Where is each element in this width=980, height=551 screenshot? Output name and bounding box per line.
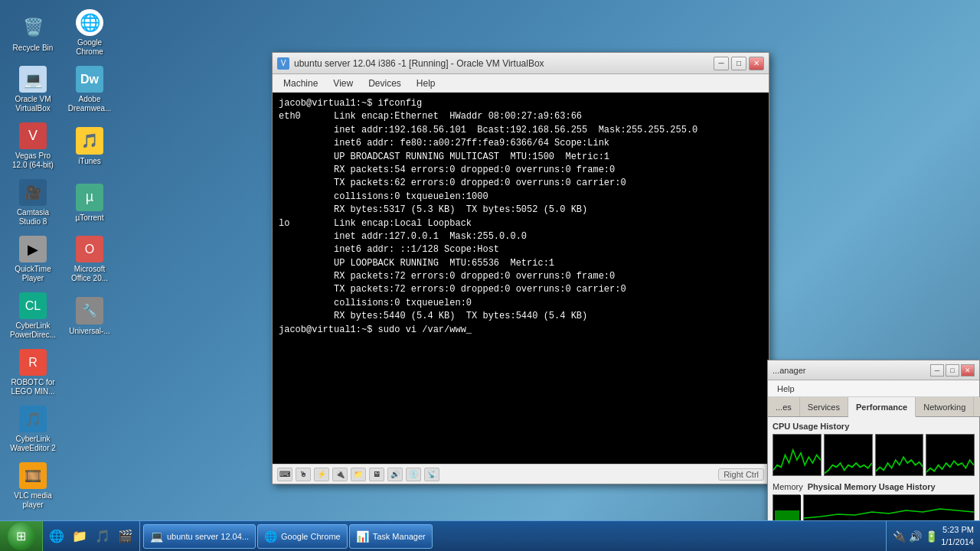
vbox-menubar: Machine View Devices Help (273, 74, 769, 93)
phys-mem-title: Physical Memory Usage History (808, 482, 936, 491)
status-icon-network: 🔌 (332, 468, 348, 481)
cpu-graph-1 (773, 434, 822, 476)
desktop-icon-vegas-pro[interactable]: V Vegas Pro 12.0 (64-bit) (6, 119, 60, 173)
quick-movie-icon[interactable]: 🎬 (115, 526, 136, 547)
quick-media-icon[interactable]: 🎵 (92, 526, 113, 547)
taskmgr-task-icon: 📊 (356, 530, 369, 543)
taskbar-tasks: 💻 ubuntu server 12.04... 🌐 Google Chrome… (140, 521, 886, 551)
terminal-line: inet6 addr: ::1/128 Scope:Host (279, 243, 763, 256)
chrome-task-label: Google Chrome (281, 532, 341, 541)
taskmgr-task-label: Task Manager (373, 532, 426, 541)
desktop-icon-recycle-bin[interactable]: 🗑️ Recycle Bin (6, 6, 60, 60)
taskmgr-menubar: Help (768, 380, 979, 397)
taskmgr-titlebar: ...anager ─ □ ✕ (768, 360, 979, 380)
terminal-line: collisions:0 txqueuelen:1000 (279, 191, 763, 204)
start-orb: ⊞ (8, 523, 35, 550)
tab-performance[interactable]: Performance (848, 397, 916, 417)
vbox-terminal[interactable]: jacob@virtual1:~$ ifconfigeth0 Link enca… (273, 93, 769, 464)
svg-rect-1 (775, 510, 799, 521)
vbox-title-text: ubuntu server 12.04 i386 -1 [Running] - … (294, 58, 714, 69)
status-icon-audio: 🔊 (387, 468, 403, 481)
taskbar-task-chrome[interactable]: 🌐 Google Chrome (257, 524, 348, 549)
tab-processes[interactable]: ...es (768, 397, 800, 416)
start-button[interactable]: ⊞ (0, 521, 43, 551)
quick-folder-icon[interactable]: 📁 (69, 526, 90, 547)
terminal-line: RX bytes:5317 (5.3 KB) TX bytes:5052 (5.… (279, 204, 763, 217)
taskbar-tray: 🔌 🔊 🔋 5:23 PM1/1/2014 (886, 521, 980, 551)
taskmgr-menu-help[interactable]: Help (771, 383, 801, 394)
desktop-icon-utorrent[interactable]: µ µTorrent (63, 176, 116, 230)
taskbar-quick-launch: 🌐 📁 🎵 🎬 (43, 521, 140, 551)
status-icon-display: 🖥 (369, 468, 384, 481)
taskmgr-maximize-button[interactable]: □ (946, 364, 959, 377)
terminal-line: inet addr:192.168.56.101 Bcast:192.168.5… (279, 124, 763, 137)
vbox-statusbar: ⌨ 🖱 ⚡ 🔌 📁 🖥 🔊 💿 📡 Right Ctrl (273, 464, 769, 484)
terminal-line: RX bytes:5440 (5.4 KB) TX bytes:5440 (5.… (279, 310, 763, 323)
desktop-icon-vlc[interactable]: 🎞️ VLC media player (6, 459, 60, 513)
memory-graph-small (773, 494, 800, 522)
desktop-icon-google-chrome[interactable]: 🌐 Google Chrome (63, 6, 116, 60)
terminal-line: UP BROADCAST RUNNING MULTICAST MTU:1500 … (279, 151, 763, 164)
virtualbox-window: V ubuntu server 12.04 i386 -1 [Running] … (272, 52, 769, 484)
tray-battery-icon[interactable]: 🔋 (925, 530, 938, 543)
terminal-line: jacob@virtual1:~$ sudo vi /var/www_ (279, 324, 763, 337)
desktop-icon-camtasia[interactable]: 🎥 Camtasia Studio 8 (6, 176, 60, 230)
desktop-icon-itunes[interactable]: 🎵 iTunes (63, 119, 116, 173)
terminal-line: eth0 Link encap:Ethernet HWaddr 08:00:27… (279, 110, 763, 123)
vbox-task-label: ubuntu server 12.04... (167, 532, 249, 541)
desktop-icon-cyberlink-power[interactable]: CL CyberLink PowerDirec... (6, 289, 60, 343)
vbox-title-buttons: ─ □ ✕ (714, 57, 764, 70)
terminal-line: jacob@virtual1:~$ ifconfig (279, 97, 763, 110)
tab-networking[interactable]: Networking (916, 397, 974, 416)
vbox-menu-view[interactable]: View (325, 77, 361, 90)
taskbar-task-taskmgr[interactable]: 📊 Task Manager (349, 524, 433, 549)
terminal-line: RX packets:72 errors:0 dropped:0 overrun… (279, 270, 763, 283)
svg-rect-2 (804, 495, 974, 523)
tab-users[interactable]: Users (974, 397, 980, 416)
tray-clock[interactable]: 5:23 PM1/1/2014 (941, 524, 974, 548)
vbox-maximize-button[interactable]: □ (731, 57, 746, 70)
desktop-icon-quicktime[interactable]: ▶ QuickTime Player (6, 233, 60, 286)
desktop-icon-virtualbox[interactable]: 💻 Oracle VM VirtualBox (6, 63, 60, 116)
terminal-line: inet6 addr: fe80::a00:27ff:fea9:6366/64 … (279, 137, 763, 150)
terminal-line: TX packets:62 errors:0 dropped:0 overrun… (279, 177, 763, 190)
right-ctrl-label: Right Ctrl (718, 468, 764, 481)
terminal-line: collisions:0 txqueuelen:0 (279, 297, 763, 310)
status-icon-usb: ⚡ (314, 468, 329, 481)
tab-services[interactable]: Services (800, 397, 848, 416)
tray-volume-icon[interactable]: 🔊 (909, 530, 922, 543)
memory-section: Memory Physical Memory Usage History (773, 482, 975, 491)
taskmgr-tabs: ...es Services Performance Networking Us… (768, 397, 979, 417)
taskbar-task-vbox[interactable]: 💻 ubuntu server 12.04... (143, 524, 256, 549)
terminal-line: UP LOOPBACK RUNNING MTU:65536 Metric:1 (279, 257, 763, 270)
chrome-task-icon: 🌐 (264, 530, 277, 543)
status-icon-cd: 💿 (406, 468, 421, 481)
vbox-close-button[interactable]: ✕ (749, 57, 764, 70)
desktop-icon-adobe-dreamweaver[interactable]: Dw Adobe Dreamwea... (63, 63, 116, 116)
vbox-menu-devices[interactable]: Devices (361, 77, 409, 90)
vbox-minimize-button[interactable]: ─ (714, 57, 729, 70)
memory-label: Memory (773, 482, 803, 491)
desktop-icon-cyberlink-wave[interactable]: 🎵 CyberLink WaveEditor 2 (6, 403, 60, 456)
desktop-icon-ms-office[interactable]: O Microsoft Office 20... (63, 233, 116, 286)
terminal-line: inet addr:127.0.0.1 Mask:255.0.0.0 (279, 230, 763, 243)
taskmgr-title: ...anager (773, 366, 930, 375)
taskmgr-close-button[interactable]: ✕ (961, 364, 975, 377)
tray-network-icon[interactable]: 🔌 (893, 530, 906, 543)
desktop-icon-robotc[interactable]: R ROBOTC for LEGO MIN... (6, 346, 60, 399)
terminal-line: RX packets:54 errors:0 dropped:0 overrun… (279, 164, 763, 177)
taskmgr-title-buttons: ─ □ ✕ (930, 364, 975, 377)
quick-ie-icon[interactable]: 🌐 (46, 526, 67, 547)
taskmgr-minimize-button[interactable]: ─ (930, 364, 944, 377)
cpu-graphs (773, 434, 975, 476)
desktop-icon-universal[interactable]: 🔧 Universal-... (63, 289, 116, 343)
vbox-menu-help[interactable]: Help (409, 77, 443, 90)
terminal-line: lo Link encap:Local Loopback (279, 217, 763, 230)
desktop-icons: 🗑️ Recycle Bin 💻 Oracle VM VirtualBox V … (0, 0, 122, 520)
vbox-menu-machine[interactable]: Machine (276, 77, 325, 90)
cpu-graph-4 (926, 434, 975, 476)
status-icon-keyboard: ⌨ (277, 468, 292, 481)
status-icon-mouse: 🖱 (296, 468, 311, 481)
taskbar: ⊞ 🌐 📁 🎵 🎬 💻 ubuntu server 12.04... 🌐 Goo… (0, 520, 980, 551)
vbox-title-icon: V (277, 57, 289, 70)
